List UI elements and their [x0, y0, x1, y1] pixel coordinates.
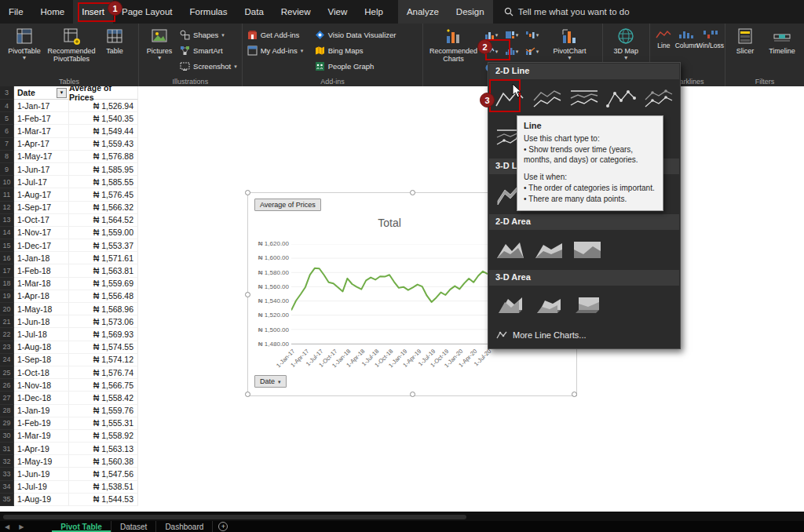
value-cell[interactable]: ₦ 1,555.31: [69, 417, 138, 430]
date-cell[interactable]: 1-Oct-17: [14, 214, 69, 227]
new-sheet-button[interactable]: +: [218, 522, 228, 531]
date-cell[interactable]: 1-Dec-18: [14, 392, 69, 404]
row-number[interactable]: 20: [0, 303, 14, 315]
value-cell[interactable]: ₦ 1,558.42: [69, 392, 138, 404]
menu-item-100-stacked-3d-area[interactable]: [570, 290, 605, 320]
row-number[interactable]: 9: [0, 163, 14, 176]
row-number[interactable]: 30: [0, 430, 14, 443]
row-number[interactable]: 29: [0, 417, 14, 430]
shapes-button[interactable]: Shapes▾: [177, 27, 239, 42]
tab-page-layout[interactable]: Page Layout: [113, 0, 181, 24]
date-cell[interactable]: 1-Oct-18: [14, 366, 69, 379]
row-number[interactable]: 23: [0, 341, 14, 354]
menu-item-3d-area[interactable]: [493, 290, 528, 320]
value-cell[interactable]: ₦ 1,559.69: [69, 278, 138, 290]
people-graph-button[interactable]: People Graph: [312, 58, 399, 74]
chart-title[interactable]: Total: [291, 217, 488, 229]
menu-item-stacked-3d-area[interactable]: [532, 290, 566, 320]
date-cell[interactable]: 1-Jul-18: [14, 328, 69, 341]
sheet-tab-dataset[interactable]: Dataset: [111, 521, 156, 532]
insert-column-chart-button[interactable]: ▾: [481, 27, 501, 43]
sheet-nav-left-icon[interactable]: ◀: [0, 521, 14, 532]
tab-review[interactable]: Review: [272, 0, 320, 24]
horizontal-scrollbar[interactable]: [0, 512, 804, 521]
date-cell[interactable]: 1-Nov-17: [14, 227, 69, 239]
value-cell[interactable]: ₦ 1,564.52: [69, 214, 138, 227]
date-cell[interactable]: 1-Jan-17: [14, 100, 69, 112]
chart-resize-handle[interactable]: [410, 392, 415, 397]
chart-resize-handle[interactable]: [245, 392, 250, 397]
chart-value-field-button[interactable]: Average of Prices: [254, 199, 321, 211]
row-number[interactable]: 33: [0, 468, 14, 480]
sparkline-winloss-button[interactable]: Win/Loss: [698, 25, 722, 49]
date-cell[interactable]: 1-Aug-17: [14, 188, 69, 201]
pivottable-button[interactable]: PivotTable ▼: [2, 25, 46, 60]
tab-home[interactable]: Home: [32, 0, 74, 24]
insert-line-chart-button[interactable]: ▾: [481, 43, 501, 60]
more-line-charts-item[interactable]: More Line Charts...: [488, 325, 680, 345]
value-cell[interactable]: ₦ 1,556.48: [69, 290, 138, 303]
row-number[interactable]: 12: [0, 202, 14, 214]
chart-resize-handle[interactable]: [245, 292, 250, 297]
date-cell[interactable]: 1-Sep-17: [14, 202, 69, 214]
value-cell[interactable]: ₦ 1,563.81: [69, 264, 138, 277]
get-addins-button[interactable]: Get Add-ins: [245, 27, 312, 42]
row-number[interactable]: 3: [0, 86, 14, 100]
value-cell[interactable]: ₦ 1,538.51: [69, 481, 138, 494]
value-cell[interactable]: ₦ 1,560.38: [69, 455, 138, 468]
menu-item-line[interactable]: [493, 84, 526, 114]
menu-item-stacked-line-with-markers[interactable]: [642, 84, 675, 114]
row-number[interactable]: 31: [0, 443, 14, 455]
row-number[interactable]: 32: [0, 455, 14, 468]
value-cell[interactable]: ₦ 1,559.00: [69, 227, 138, 239]
smartart-button[interactable]: SmartArt: [177, 42, 239, 58]
chart-resize-handle[interactable]: [410, 190, 415, 195]
sparkline-column-button[interactable]: Column: [675, 25, 698, 49]
date-cell[interactable]: 1-Mar-18: [14, 278, 69, 290]
date-cell[interactable]: 1-Apr-18: [14, 290, 69, 303]
date-cell[interactable]: 1-Jan-19: [14, 405, 69, 417]
pivot-header-value[interactable]: Average of Prices: [69, 86, 138, 100]
date-cell[interactable]: 1-Jan-18: [14, 252, 69, 264]
sheet-tab-dashboard[interactable]: Dashboard: [156, 521, 213, 532]
menu-item-stacked-line[interactable]: [530, 84, 563, 114]
row-number[interactable]: 16: [0, 252, 14, 264]
value-cell[interactable]: ₦ 1,547.56: [69, 468, 138, 480]
tab-design[interactable]: Design: [448, 0, 493, 24]
date-cell[interactable]: 1-Sep-18: [14, 354, 69, 366]
value-cell[interactable]: ₦ 1,559.43: [69, 138, 138, 151]
value-cell[interactable]: ₦ 1,576.74: [69, 366, 138, 379]
date-cell[interactable]: 1-Apr-19: [14, 443, 69, 455]
value-cell[interactable]: ₦ 1,540.35: [69, 112, 138, 125]
value-cell[interactable]: ₦ 1,585.55: [69, 176, 138, 188]
date-cell[interactable]: 1-Jun-18: [14, 315, 69, 328]
date-cell[interactable]: 1-May-17: [14, 151, 69, 163]
tab-formulas[interactable]: Formulas: [181, 0, 236, 24]
sheet-nav-right-icon[interactable]: ▶: [14, 521, 28, 532]
screenshot-button[interactable]: Screenshot▾: [177, 58, 239, 74]
date-cell[interactable]: 1-May-19: [14, 455, 69, 468]
value-cell[interactable]: ₦ 1,558.92: [69, 430, 138, 443]
date-cell[interactable]: 1-Jun-19: [14, 468, 69, 480]
chart-resize-handle[interactable]: [245, 190, 250, 195]
row-number[interactable]: 11: [0, 188, 14, 201]
pivot-header-date[interactable]: Date ▼: [14, 86, 69, 100]
insert-statistic-chart-button[interactable]: ▾: [501, 43, 521, 60]
my-addins-button[interactable]: My Add-ins▾: [245, 42, 312, 58]
value-cell[interactable]: ₦ 1,576.88: [69, 151, 138, 163]
row-number[interactable]: 18: [0, 278, 14, 290]
date-cell[interactable]: 1-May-18: [14, 303, 69, 315]
3d-map-button[interactable]: 3D Map ▼: [605, 25, 646, 60]
tell-me-box[interactable]: Tell me what you want to do: [504, 7, 630, 16]
date-cell[interactable]: 1-Jun-17: [14, 163, 69, 176]
date-cell[interactable]: 1-Feb-17: [14, 112, 69, 125]
row-number[interactable]: 4: [0, 100, 14, 112]
tab-view[interactable]: View: [320, 0, 356, 24]
tab-analyze[interactable]: Analyze: [398, 0, 448, 24]
sheet-tab-pivot-table[interactable]: Pivot Table: [52, 521, 111, 532]
horizontal-scrollbar-thumb[interactable]: [3, 515, 466, 519]
bing-maps-button[interactable]: Bing Maps: [312, 42, 399, 58]
date-cell[interactable]: 1-Apr-17: [14, 138, 69, 151]
value-cell[interactable]: ₦ 1,585.95: [69, 163, 138, 176]
chart-resize-handle[interactable]: [572, 392, 577, 397]
